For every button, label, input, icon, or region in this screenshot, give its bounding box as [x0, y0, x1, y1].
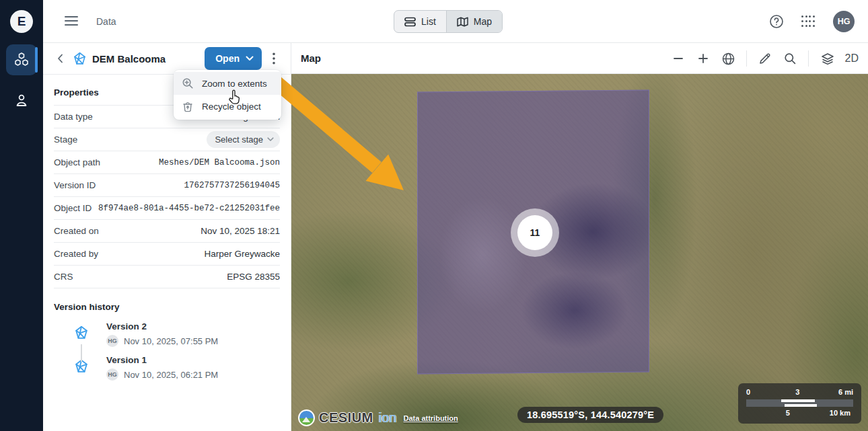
property-value: Nov 10, 2025 18:21: [201, 226, 280, 236]
scale-tick: 6 mi: [838, 388, 853, 396]
property-value: Harper Greywacke: [204, 249, 280, 259]
map-canvas[interactable]: 11 18.695519°S, 144.540279°E 0 3 6 mi 5 …: [291, 74, 868, 431]
view-toggle-map[interactable]: Map: [446, 11, 502, 32]
scale-tick: 0: [746, 388, 750, 396]
property-label: Object ID: [54, 203, 92, 213]
help-icon[interactable]: [769, 14, 784, 29]
user-avatar[interactable]: HG: [833, 11, 855, 32]
scale-tick: 5: [786, 409, 790, 417]
mesh-version-icon: [74, 325, 89, 340]
toolbar-divider: [808, 50, 809, 67]
back-chevron-icon[interactable]: [54, 52, 67, 65]
toolbar-divider: [746, 50, 747, 67]
menu-item-label: Recycle object: [202, 102, 261, 112]
map-toolbar: 2D: [672, 50, 859, 67]
property-label: Stage: [54, 134, 77, 145]
search-icon[interactable]: [783, 52, 797, 65]
property-label: CRS: [54, 272, 73, 282]
open-dropdown-menu: Zoom to extents Recycle object: [174, 70, 281, 120]
property-value: 1762757737256194045: [184, 181, 280, 190]
property-label: Created by: [54, 249, 98, 259]
layers-icon[interactable]: [820, 52, 834, 65]
map-attribution: CESIUM ion Data attribution: [298, 409, 458, 426]
view-toggle-list-label: List: [421, 16, 436, 27]
hamburger-menu-icon[interactable]: [65, 16, 78, 27]
zoom-in-icon: [182, 77, 194, 89]
scale-tick: 10 km: [830, 409, 851, 417]
menu-item-label: Zoom to extents: [202, 79, 267, 89]
pencil-icon[interactable]: [758, 52, 772, 65]
objects-hexagons-icon: [13, 51, 30, 69]
version-avatar: HG: [106, 335, 118, 347]
top-bar: Data List Map: [43, 0, 868, 43]
map-header: Map: [291, 43, 868, 74]
scale-tick: 3: [795, 388, 799, 396]
property-row-version-id: Version ID 1762757737256194045: [54, 174, 280, 197]
property-value: 8f974ae8-801a-4455-be72-c21252031fee: [98, 204, 280, 213]
version-history-heading: Version history: [54, 288, 280, 315]
data-attribution-link[interactable]: Data attribution: [404, 414, 458, 422]
map-title: Map: [301, 52, 321, 64]
cluster-marker[interactable]: 11: [511, 208, 559, 257]
menu-item-zoom-to-extents[interactable]: Zoom to extents: [174, 72, 281, 95]
map-icon: [457, 17, 468, 27]
view-toggle-map-label: Map: [474, 16, 492, 27]
version-connector: [81, 344, 82, 362]
more-options-icon[interactable]: [268, 52, 280, 65]
apps-grid-icon[interactable]: [800, 14, 815, 29]
scale-track: [746, 399, 853, 407]
menu-item-recycle-object[interactable]: Recycle object: [174, 95, 281, 118]
list-icon: [404, 17, 416, 27]
property-row-object-id: Object ID 8f974ae8-801a-4455-be72-c21252…: [54, 197, 280, 220]
version-avatar: HG: [106, 368, 118, 381]
version-name: Version 2: [106, 321, 218, 331]
person-icon: [13, 91, 30, 109]
view-toggle: List Map: [394, 10, 503, 33]
open-button[interactable]: Open: [205, 47, 262, 70]
version-date: Nov 10, 2025, 07:55 PM: [124, 336, 218, 346]
zoom-in-icon[interactable]: [696, 52, 710, 65]
scale-bar: 0 3 6 mi 5 10 km: [738, 383, 861, 424]
property-label: Object path: [54, 157, 100, 167]
stage-select[interactable]: Select stage: [207, 131, 280, 148]
globe-icon[interactable]: [721, 52, 735, 65]
version-entry[interactable]: Version 2 HG Nov 10, 2025, 07:55 PM: [54, 315, 280, 348]
version-entry[interactable]: Version 1 HG Nov 10, 2025, 06:21 PM: [54, 348, 280, 382]
property-row-created-on: Created on Nov 10, 2025 18:21: [54, 220, 280, 243]
property-value: Meshes/DEM Balcooma.json: [159, 158, 280, 167]
chevron-down-icon: [246, 56, 254, 61]
property-value: EPSG 28355: [227, 272, 280, 282]
stage-select-value: Select stage: [215, 134, 263, 145]
recycle-trash-icon: [182, 100, 194, 112]
cluster-count: 11: [517, 215, 552, 250]
property-label: Version ID: [54, 180, 96, 190]
open-button-label: Open: [215, 53, 240, 64]
version-name: Version 1: [106, 355, 218, 365]
zoom-out-icon[interactable]: [672, 52, 685, 65]
cesium-brand-suffix: ion: [379, 410, 397, 426]
cesium-brand: CESIUM: [319, 410, 373, 426]
breadcrumb: Data: [96, 16, 116, 27]
property-label: Data type: [54, 112, 93, 122]
map-area: Map: [291, 43, 868, 431]
mesh-object-icon: [73, 52, 87, 66]
app-logo[interactable]: E: [10, 10, 33, 33]
map-mode-toggle[interactable]: 2D: [845, 52, 859, 65]
view-toggle-list[interactable]: List: [394, 11, 446, 32]
version-history-list: Version 2 HG Nov 10, 2025, 07:55 PM Vers…: [54, 315, 280, 382]
sidebar-item-users[interactable]: [6, 85, 37, 116]
cesium-logo-icon: [298, 409, 315, 426]
property-label: Created on: [54, 226, 99, 236]
object-title: DEM Balcooma: [92, 53, 166, 65]
property-row-created-by: Created by Harper Greywacke: [54, 243, 280, 266]
property-row-stage: Stage Select stage: [54, 128, 280, 151]
chevron-down-icon: [267, 137, 274, 142]
cursor-coordinates: 18.695519°S, 144.540279°E: [517, 407, 663, 423]
sidebar-item-objects[interactable]: [6, 44, 37, 75]
version-date: Nov 10, 2025, 06:21 PM: [124, 370, 218, 380]
properties-section: Properties Data type Triangle Mesh Stage…: [43, 75, 291, 382]
property-row-object-path: Object path Meshes/DEM Balcooma.json: [54, 151, 280, 174]
property-row-crs: CRS EPSG 28355: [54, 266, 280, 288]
app-rail: E: [0, 0, 43, 431]
